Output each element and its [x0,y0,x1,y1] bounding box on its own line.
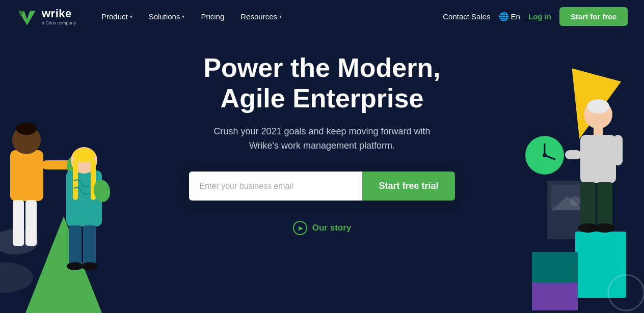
svg-point-4 [0,262,33,293]
hero-title: Power the Modern, Agile Enterprise [203,53,440,114]
email-input[interactable] [189,172,362,201]
globe-icon: 🌐 [499,12,509,21]
start-trial-button[interactable]: Start free trial [362,172,454,201]
login-link[interactable]: Log in [528,12,551,21]
play-icon [293,221,307,235]
chevron-down-icon: ▾ [130,14,132,19]
nav-solutions[interactable]: Solutions ▾ [142,8,192,25]
brand-name: wrike [42,7,76,20]
nav-pricing[interactable]: Pricing [194,8,231,25]
svg-point-21 [82,262,98,270]
nav-product[interactable]: Product ▾ [94,8,140,25]
nav-links: Product ▾ Solutions ▾ Pricing Resources … [94,8,443,25]
logo[interactable]: wrike a Citrix company [16,7,76,25]
svg-rect-34 [532,282,578,310]
hero-subtitle: Crush your 2021 goals and keep moving fo… [200,124,444,154]
contact-sales-link[interactable]: Contact Sales [443,12,490,21]
chevron-down-icon: ▾ [279,14,282,19]
svg-point-20 [67,262,83,270]
svg-rect-32 [575,232,626,298]
start-for-free-button[interactable]: Start for free [559,7,628,26]
hero-section: Power the Modern, Agile Enterprise Crush… [0,33,644,235]
nav-right: Contact Sales 🌐 En Log in Start for free [443,7,628,26]
our-story-link[interactable]: Our story [293,221,352,235]
chevron-down-icon: ▾ [182,14,184,19]
navbar: wrike a Citrix company Product ▾ Solutio… [0,0,644,33]
signup-form: Start free trial [189,172,454,201]
nav-resources[interactable]: Resources ▾ [233,8,289,25]
language-selector[interactable]: 🌐 En [499,12,520,21]
brand-tagline: a Citrix company [42,20,76,25]
